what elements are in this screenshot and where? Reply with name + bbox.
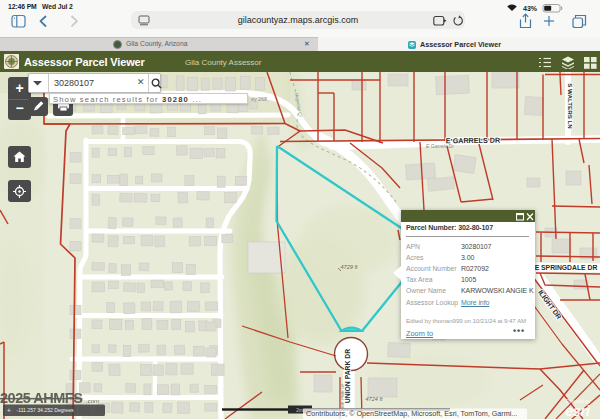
svg-text:UNION PARK DR: UNION PARK DR — [344, 349, 351, 403]
svg-text:E SPRINGDALE DR: E SPRINGDALE DR — [535, 264, 598, 271]
svg-text:Contributors, © OpenStreetMap,: Contributors, © OpenStreetMap, Microsoft… — [306, 409, 517, 418]
svg-text:S WALTERS LN: S WALTERS LN — [567, 83, 574, 129]
svg-text:.com: .com — [86, 398, 99, 404]
svg-text:E Garrels Dr: E Garrels Dr — [426, 143, 454, 149]
svg-text:esri: esri — [565, 403, 591, 419]
svg-text:2025 AHMFS: 2025 AHMFS — [0, 390, 83, 406]
svg-text:-111.257 34.252 Degrees: -111.257 34.252 Degrees — [17, 407, 74, 413]
svg-text:2mi: 2mi — [296, 408, 303, 413]
svg-text:+: + — [7, 407, 11, 414]
svg-text:4724 ft: 4724 ft — [365, 396, 383, 402]
svg-text:ey 268: ey 268 — [251, 96, 267, 102]
svg-text:43%: 43% — [523, 5, 538, 12]
svg-text:4729 ft: 4729 ft — [340, 264, 358, 270]
svg-text:E GARRELS DR: E GARRELS DR — [446, 136, 501, 145]
